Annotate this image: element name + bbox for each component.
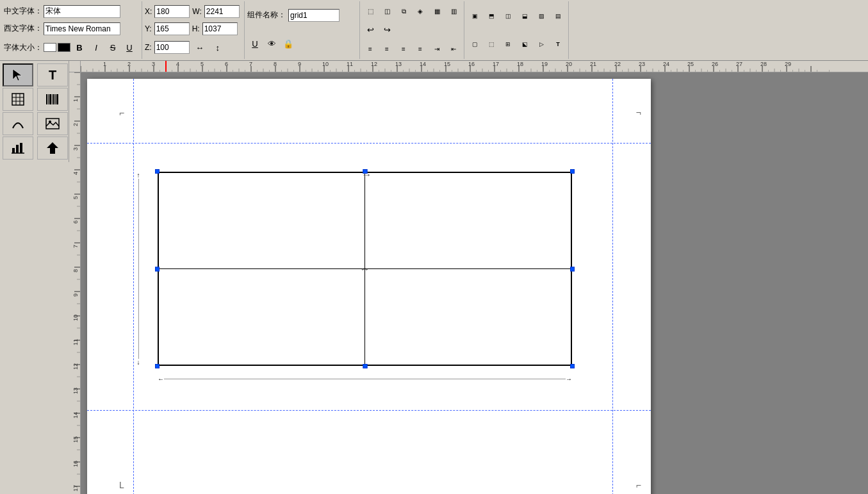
r3-1[interactable]: ▢ — [467, 37, 482, 52]
svg-text:14: 14 — [72, 412, 79, 418]
svg-text:12: 12 — [72, 363, 79, 370]
text-tool-btn[interactable]: T — [37, 63, 68, 86]
svg-rect-7 — [48, 94, 49, 104]
svg-rect-10 — [53, 94, 54, 104]
left-tool-panel: T — [0, 61, 69, 162]
page-canvas[interactable]: ⌐ ¬ L ⌐ — [81, 72, 868, 494]
y-input[interactable] — [154, 22, 190, 35]
handle-mr[interactable] — [570, 267, 575, 271]
svg-text:11: 11 — [72, 339, 79, 345]
svg-rect-6 — [46, 94, 47, 104]
svg-rect-174 — [69, 72, 80, 494]
h-input[interactable] — [202, 22, 238, 35]
table-cell — [365, 172, 572, 269]
group-btn[interactable]: ⧉ — [396, 4, 411, 19]
height-arrow: ↑ ↓ — [132, 172, 145, 366]
align1-btn[interactable]: ≡ — [363, 41, 378, 56]
svg-rect-9 — [52, 94, 53, 104]
hatch-btn[interactable]: ▦ — [429, 4, 445, 19]
svg-text:4: 4 — [72, 172, 79, 175]
margin-top — [87, 143, 651, 144]
r2-1[interactable]: ▣ — [467, 8, 482, 24]
r3-2[interactable]: ⬚ — [484, 37, 499, 52]
image-tool-btn[interactable] — [37, 112, 68, 135]
grid-table — [158, 172, 572, 366]
color-swatch-black[interactable] — [58, 43, 70, 52]
comp-name-input[interactable] — [288, 9, 340, 22]
bold-button[interactable]: B — [72, 40, 87, 55]
handle-br[interactable] — [570, 364, 575, 368]
spacing1-btn[interactable]: ⇥ — [429, 41, 445, 56]
underline-button[interactable]: U — [122, 40, 137, 55]
svg-text:24: 24 — [663, 61, 669, 67]
lock-btn[interactable]: 🔒 — [281, 37, 296, 52]
r3-3[interactable]: ⊞ — [500, 37, 516, 52]
handle-bl[interactable] — [155, 364, 160, 368]
w-input[interactable] — [204, 5, 240, 18]
arrow-tool-btn[interactable] — [37, 136, 68, 160]
handle-tl[interactable] — [155, 169, 160, 174]
svg-marker-19 — [47, 142, 58, 154]
r3-6[interactable]: T — [550, 37, 566, 52]
handle-bc[interactable] — [363, 364, 367, 368]
grid-element[interactable]: ↑ ↓ ← → ↔ — [158, 172, 572, 366]
comp-section: 组件名称： U 👁 🔒 — [245, 1, 360, 59]
font-size-label: 字体大小： — [4, 42, 42, 53]
table-row — [158, 269, 571, 366]
color-swatch[interactable] — [44, 43, 56, 52]
width-arrow: ← → — [158, 372, 572, 385]
r2-4[interactable]: ⬓ — [517, 8, 532, 24]
table-tool-btn[interactable] — [3, 88, 33, 111]
underline2-btn[interactable]: U — [247, 37, 263, 52]
chart-tool-btn[interactable] — [3, 136, 33, 160]
svg-text:26: 26 — [712, 61, 718, 67]
svg-text:10: 10 — [322, 61, 329, 67]
strikethrough-button[interactable]: S — [105, 40, 120, 55]
corner-tl: ⌐ — [119, 108, 124, 118]
italic-button[interactable]: I — [88, 40, 104, 55]
svg-text:21: 21 — [590, 61, 596, 67]
eye-btn[interactable]: 👁 — [264, 37, 279, 52]
western-font-input[interactable] — [44, 22, 120, 35]
barcode-tool-btn[interactable] — [37, 88, 68, 111]
x-input[interactable] — [154, 5, 190, 18]
canvas-area[interactable]: 1234567891011121314151617181920212223242… — [69, 61, 868, 494]
r2-6[interactable]: ▤ — [550, 8, 566, 24]
h-label: H: — [192, 24, 200, 33]
border-dash-btn[interactable]: ⬚ — [363, 4, 378, 19]
resize-v-btn[interactable]: ↕ — [210, 40, 225, 55]
corner-bl: L — [119, 480, 124, 490]
r3-4[interactable]: ⬕ — [517, 37, 532, 52]
western-font-label: 西文字体： — [4, 23, 42, 34]
r2-3[interactable]: ◫ — [500, 8, 516, 24]
svg-rect-12 — [56, 94, 58, 104]
ruler-left: 123456789101112131415161718192021 — [69, 72, 81, 494]
margin-bottom — [87, 410, 651, 411]
r2-5[interactable]: ▨ — [534, 8, 549, 24]
layer-btn[interactable]: ◈ — [413, 4, 428, 19]
align-corner-btn[interactable]: ◫ — [379, 4, 395, 19]
spacing2-btn[interactable]: ⇤ — [446, 41, 461, 56]
z-label: Z: — [145, 43, 152, 52]
svg-text:25: 25 — [687, 61, 694, 67]
align4-btn[interactable]: ≡ — [413, 41, 428, 56]
r3-5[interactable]: ▷ — [534, 37, 549, 52]
chinese-font-input[interactable] — [44, 5, 120, 18]
handle-ml[interactable] — [155, 267, 160, 271]
resize-h-btn[interactable]: ↔ — [192, 40, 208, 55]
r2-2[interactable]: ⬒ — [484, 8, 499, 24]
svg-text:6: 6 — [225, 61, 228, 67]
align2-btn[interactable]: ≡ — [379, 41, 395, 56]
z-input[interactable] — [154, 41, 190, 54]
curve-tool-btn[interactable] — [3, 112, 33, 135]
select-tool-btn[interactable] — [3, 63, 33, 86]
undo-btn[interactable]: ↩ — [363, 22, 378, 38]
handle-tc[interactable] — [363, 169, 367, 174]
export-btn[interactable]: ▥ — [446, 4, 461, 19]
redo-btn[interactable]: ↪ — [379, 22, 395, 38]
svg-text:20: 20 — [566, 61, 572, 67]
handle-tr[interactable] — [570, 169, 575, 174]
svg-text:16: 16 — [468, 61, 475, 67]
svg-rect-15 — [12, 148, 15, 153]
align3-btn[interactable]: ≡ — [396, 41, 411, 56]
